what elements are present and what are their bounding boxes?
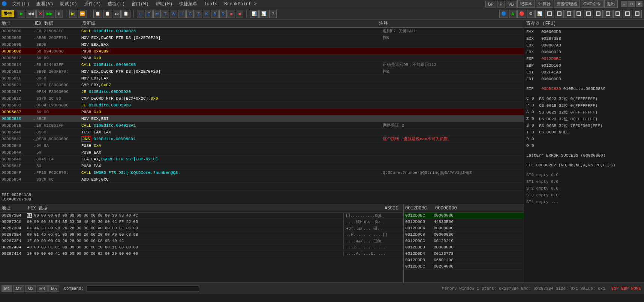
list-item[interactable]: 0012D0C4 00000000 (404, 225, 524, 232)
btn-rt3[interactable]: 🔴 (517, 10, 526, 18)
btn-rt5[interactable]: 📊 (535, 10, 544, 18)
menu-file[interactable]: 文件(F) (9, 0, 33, 8)
btn-s2[interactable]: ■ (236, 10, 243, 18)
reg-edi[interactable]: EDI 000000DB (524, 76, 644, 82)
btn-h[interactable]: H (178, 10, 186, 18)
table-row[interactable]: 00DD5812 6A 09 PUSH 0x9 (0, 55, 524, 61)
table-row[interactable]: 00DD5837 6A 00 PUSH 0x0 (0, 109, 524, 115)
table-row[interactable]: 00DD5831 . 0F84 E9000000 JE 010Edito.00D… (0, 102, 524, 109)
table-row[interactable]: 00DD5814 . E8 824463FF CALL 010Edito.004… (0, 61, 524, 68)
btn-rt6[interactable]: 🔳 (545, 10, 554, 18)
btn-stop[interactable]: ✕ (36, 10, 44, 18)
btn-rt14[interactable]: 🔳 (623, 10, 632, 18)
list-item[interactable]: 002873D4 04 4A 28 00 90 26 28 00 00 00 A… (0, 225, 403, 232)
reg-esi[interactable]: ESI 002F41A8 (524, 69, 644, 76)
table-row[interactable]: 00DD5827 0F84 F3000000 JE 010Edito.00DD5… (0, 88, 524, 95)
btn-z[interactable]: Z (195, 10, 202, 18)
list-item[interactable]: 002873F4 1F 00 00 00 C0 26 28 00 00 00 C… (0, 238, 403, 244)
reg-flag-p[interactable]: P 0 CS 001B 32位 0(FFFFFFFF) (524, 102, 644, 109)
btn-pause[interactable]: ⏸ (55, 10, 63, 18)
list-item[interactable]: 0012D0C0 44830E06 (404, 219, 524, 225)
menu-options[interactable]: 选项(T) (105, 0, 128, 8)
table-row[interactable]: 00DD584E 50 PUSH EAX (0, 163, 524, 169)
reg-flag-o[interactable]: O 0 (524, 142, 644, 149)
reg-flag-a[interactable]: A 0 SS 0023 32位 0(FFFFFFFF) (524, 109, 644, 115)
btn-l[interactable]: L (137, 10, 144, 18)
table-row[interactable]: 00DD580D 68 89430000 PUSH 0x4389 (0, 48, 524, 55)
list-item[interactable]: 0012D0CC 0012D210 (404, 238, 524, 244)
win-minimize[interactable]: － (621, 1, 628, 7)
btn-bp[interactable]: BP (485, 1, 496, 7)
btn-explorer[interactable]: 资源管理器 (554, 0, 580, 8)
command-input[interactable] (87, 285, 199, 292)
btn-p[interactable]: P (497, 1, 505, 7)
btn-r[interactable]: R (219, 10, 227, 18)
btn-vb[interactable]: VB (506, 1, 517, 7)
btn-notepad[interactable]: 记事本 (517, 0, 535, 8)
btn-help[interactable]: ? (269, 10, 277, 18)
list-item[interactable]: 0012D0D0 00000000 (404, 244, 524, 251)
tab-m5[interactable]: M5 (48, 285, 59, 292)
table-row[interactable]: 00DD582D 8379 2C 00 CMP DWORD PTR DS:[EC… (0, 95, 524, 102)
table-row[interactable]: 00DD5839 . 8BCE MOV ECX,ESI (0, 115, 524, 122)
list-item[interactable]: 002873E4 00 01 4D 05 01 00 08 00 20 00 2… (0, 232, 403, 238)
btn-rt10[interactable]: 🔳 (584, 10, 593, 18)
table-row[interactable]: 00DD5800 . E8 215063FF CALL 010Edito.004… (0, 28, 524, 34)
btn-m[interactable]: M (153, 10, 161, 18)
win-close[interactable]: ✕ (636, 1, 643, 7)
list-item[interactable]: 00287404 A0 00 00 8E 01 00 00 00 00 00 1… (0, 244, 403, 251)
btn-rt8[interactable]: 🔳 (565, 10, 574, 18)
btn-s[interactable]: ■ (228, 10, 235, 18)
list-item[interactable]: 0012D0DC 00264000 (404, 263, 524, 270)
table-row[interactable]: 00DD5840 . 85C0 TEST EAX,EAX (0, 129, 524, 136)
btn-e[interactable]: E (145, 10, 153, 18)
btn-restart[interactable]: 📋 (93, 10, 102, 18)
btn-rt13[interactable]: 🔳 (613, 10, 622, 18)
list-item[interactable]: 0012D0C8 00000000 (404, 232, 524, 238)
reg-eip[interactable]: EIP 00DD5839 010Edito.00DD5839 (524, 85, 644, 92)
btn-k[interactable]: K (203, 10, 210, 18)
table-row[interactable]: 00DD5848 . 6A 0A PUSH 0xA (0, 142, 524, 149)
btn-w[interactable]: W (170, 10, 177, 18)
table-row[interactable]: 00DD5842 ._ 0F89 8C000000 JNS 010Edito.0… (0, 136, 524, 142)
reg-ebp[interactable]: EBP 0012D100 (524, 62, 644, 69)
reg-flag-c[interactable]: C 0 ES 0023 32位 0(FFFFFFFF) (524, 95, 644, 102)
btn-rt15[interactable]: 🔳 (633, 10, 642, 18)
btn-rt11[interactable]: 🔳 (594, 10, 603, 18)
menu-breakpoint[interactable]: BreakPoint-> (221, 1, 259, 7)
btn-step-over[interactable]: ▶▶ (45, 10, 54, 18)
btn-rt2[interactable]: A (509, 10, 517, 18)
btn-open[interactable]: 📋 (103, 10, 112, 18)
btn-rt4[interactable]: ⚙ (527, 10, 535, 18)
reg-flag-s[interactable]: S 0 FS 003B 32位 7FFDF000(FFF) (524, 122, 644, 129)
table-row[interactable]: 00DD584A 50 PUSH EAX (0, 149, 524, 156)
tab-m2[interactable]: M2 (13, 285, 24, 292)
table-row[interactable]: 00DD580B 8BD8 MOV EBX,EAX (0, 41, 524, 48)
reg-edx[interactable]: EDX 000007A3 (524, 42, 644, 49)
reg-eax[interactable]: EAX 000000DB (524, 28, 644, 35)
table-row[interactable]: 00DD581F 8BF8 MOV EDI,EAX (0, 75, 524, 82)
reg-esp[interactable]: ESP 0012D0BC (524, 55, 644, 62)
btn-back[interactable]: ◀◀ (26, 10, 36, 18)
menu-shortcuts[interactable]: 快捷菜单 (176, 0, 200, 8)
tab-m3[interactable]: M3 (25, 285, 36, 292)
table-row[interactable]: 00DD5819 . 8B0D 200FE70: MOV ECX,DWORD P… (0, 68, 524, 75)
btn-chart2[interactable]: 📊 (259, 10, 268, 18)
reg-flag-d[interactable]: D 0 (524, 136, 644, 142)
win-maximize[interactable]: □ (628, 1, 635, 7)
btn-c[interactable]: C (186, 10, 194, 18)
list-item[interactable]: 002873B4 01 00 00 00 00 00 00 00 00 00 0… (0, 212, 403, 219)
btn-chart[interactable]: 📊 (250, 10, 259, 18)
btn-step-out[interactable]: ⏩ (78, 10, 87, 18)
list-item[interactable]: 0012D0D8 05501498 (404, 257, 524, 263)
btn-t[interactable]: T (162, 10, 169, 18)
list-item[interactable]: 00287414 10 00 00 00 41 00 60 00 06 00 6… (0, 251, 403, 257)
menu-view[interactable]: 查看(V) (33, 0, 57, 8)
list-item[interactable]: 002873C0 00 00 00 88 E4 B5 53 68 48 45 2… (0, 219, 403, 225)
btn-cmd[interactable]: CMD命令 (581, 0, 604, 8)
btn-rt9[interactable]: 🔳 (574, 10, 583, 18)
table-row[interactable]: 00DD5805 . 8B0D 200FE70: MOV ECX,DWORD P… (0, 34, 524, 41)
btn-rt1[interactable]: 🔵 (499, 10, 508, 18)
btn-rt12[interactable]: 🔳 (604, 10, 613, 18)
table-row[interactable]: 00DD583B . E8 61CB62FF CALL 010Edito.004… (0, 122, 524, 129)
